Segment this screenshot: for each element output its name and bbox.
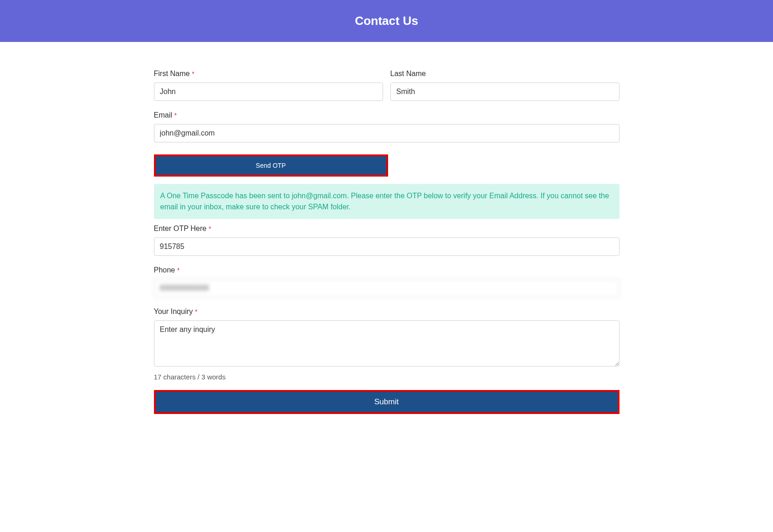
send-otp-button[interactable]: Send OTP (154, 154, 388, 177)
required-marker: * (208, 225, 211, 232)
page-title: Contact Us (0, 14, 773, 28)
name-row: First Name * Last Name (154, 70, 620, 101)
otp-info-message: A One Time Passcode has been sent to joh… (154, 184, 620, 219)
last-name-input[interactable] (390, 83, 620, 101)
first-name-group: First Name * (154, 70, 383, 101)
email-label: Email * (154, 111, 620, 119)
first-name-label: First Name * (154, 70, 383, 78)
otp-input[interactable] (154, 237, 620, 256)
phone-group: Phone * (154, 266, 620, 297)
required-marker: * (195, 308, 197, 315)
phone-label: Phone * (154, 266, 620, 274)
inquiry-group: Your Inquiry * (154, 307, 620, 368)
otp-group: Enter OTP Here * (154, 225, 620, 256)
character-count: 17 characters / 3 words (154, 373, 620, 381)
last-name-group: Last Name (390, 70, 620, 101)
phone-input[interactable] (154, 279, 620, 297)
form-container: First Name * Last Name Email * Send OTP … (154, 42, 620, 432)
email-group: Email * (154, 111, 620, 142)
page-header: Contact Us (0, 0, 773, 42)
inquiry-textarea[interactable] (154, 320, 620, 366)
otp-label: Enter OTP Here * (154, 225, 620, 233)
required-marker: * (177, 266, 179, 274)
required-marker: * (174, 112, 177, 119)
required-marker: * (192, 70, 194, 77)
last-name-label: Last Name (390, 70, 620, 78)
email-input[interactable] (154, 124, 620, 142)
first-name-input[interactable] (154, 83, 383, 101)
inquiry-label: Your Inquiry * (154, 307, 620, 316)
submit-button[interactable]: Submit (154, 390, 620, 414)
